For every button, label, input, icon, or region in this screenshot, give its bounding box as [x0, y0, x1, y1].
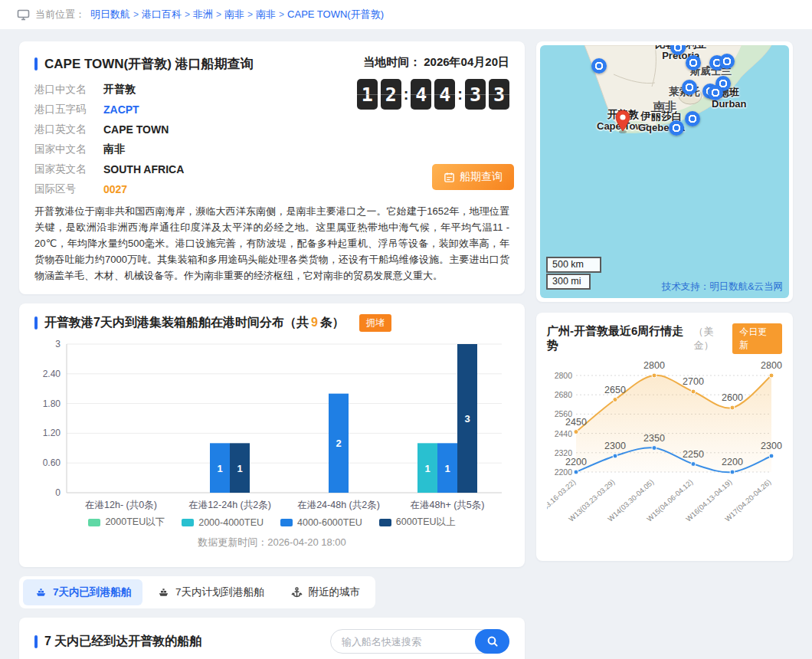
svg-text:0: 0	[55, 487, 61, 498]
field-value: 南非	[103, 143, 125, 156]
map-scale-mi: 300 mi	[546, 274, 591, 290]
svg-text:2200: 2200	[555, 467, 573, 477]
svg-text:在港48h+ (共5条): 在港48h+ (共5条)	[411, 500, 485, 510]
svg-text:2600: 2600	[722, 392, 743, 403]
page-title: CAPE TOWN(开普敦) 港口船期查询	[44, 55, 254, 73]
tab-nearby-cities[interactable]: 附近的城市	[279, 579, 372, 605]
breadcrumb-separator: >	[279, 9, 284, 20]
calendar-icon	[444, 172, 455, 183]
field-label: 港口中文名	[34, 83, 103, 97]
ship-list-tabs: 7天内已到港船舶 7天内计划到港船舶 附近的城市	[19, 576, 375, 608]
legend-label: 4000-6000TEU	[297, 517, 362, 528]
field-value: ZACPT	[103, 103, 139, 116]
svg-text:在港24-48h (共2条): 在港24-48h (共2条)	[297, 500, 380, 510]
breadcrumb-link[interactable]: 明日数航	[90, 8, 130, 20]
arrived-ships-card: 7 天内已经到达开普敦的船舶 船名载量到港时间离港时间在港时间历史在港查看定位	[19, 618, 525, 659]
congestion-badge: 拥堵	[359, 314, 391, 332]
svg-text:2300: 2300	[761, 441, 782, 451]
south-africa-map[interactable]: 比勒陀利亚Pretoria 斯威士兰 莱索托 南非 德班Durban 开普敦Ca…	[540, 45, 789, 298]
svg-text:2440: 2440	[555, 429, 573, 438]
svg-text:2800: 2800	[761, 360, 782, 371]
svg-text:2800: 2800	[555, 371, 573, 380]
port-field-row: 港口五字码ZACPT	[34, 103, 372, 115]
line-chart-svg: 220023202440256026802800W12(03.16-03.22)…	[547, 357, 782, 555]
map-scale-km: 500 km	[546, 257, 601, 273]
legend-label: 6000TEU以上	[396, 516, 456, 529]
svg-text:2250: 2250	[683, 449, 704, 460]
map-marker-icon[interactable]	[591, 58, 607, 74]
svg-text:1: 1	[444, 463, 450, 474]
port-map-card: 比勒陀利亚Pretoria 斯威士兰 莱索托 南非 德班Durban 开普敦Ca…	[536, 41, 793, 302]
ship-search	[330, 629, 509, 654]
ship-search-button[interactable]	[475, 629, 509, 654]
breadcrumb-link[interactable]: 南非	[256, 8, 276, 20]
breadcrumb-link[interactable]: CAPE TOWN(开普敦)	[287, 8, 384, 20]
legend-label: 2000-4000TEU	[198, 517, 264, 528]
port-field-row: 港口中文名开普敦	[34, 84, 372, 95]
bar-chart-svg: 00.601.201.802.403在港12h- (共0条)在港12-24h (…	[34, 336, 508, 514]
price-trend-card: 广州-开普敦最近6周行情走势 （美金） 今日更新 220023202440256…	[536, 313, 793, 561]
map-marker-icon[interactable]	[669, 120, 684, 136]
map-marker-icon[interactable]	[685, 111, 700, 126]
svg-text:1: 1	[217, 463, 222, 474]
clock-digit: 4	[411, 79, 431, 110]
svg-text:2: 2	[336, 438, 341, 449]
red-pin-icon[interactable]	[614, 110, 632, 134]
field-value: 0027	[103, 183, 127, 195]
legend-item[interactable]: 4000-6000TEU	[280, 517, 362, 528]
port-info-card: CAPE TOWN(开普敦) 港口船期查询 当地时间：2026年04月20日 1…	[19, 41, 525, 294]
updated-today-badge: 今日更新	[732, 323, 782, 354]
clock-digit: 4	[434, 79, 455, 110]
local-date: 当地时间：2026年04月20日	[357, 55, 509, 70]
title-accent-bar	[34, 316, 38, 330]
svg-text:2450: 2450	[565, 417, 587, 428]
svg-text:2320: 2320	[555, 448, 573, 457]
clock-digit: 3	[465, 79, 486, 110]
local-time-block: 当地时间：2026年04月20日 12:44:33	[357, 55, 509, 110]
svg-text:1: 1	[424, 463, 430, 474]
clock-colon: :	[457, 86, 463, 103]
legend-item[interactable]: 2000-4000TEU	[182, 517, 264, 528]
svg-text:在港12h- (共0条): 在港12h- (共0条)	[85, 500, 157, 510]
flip-clock: 12:44:33	[357, 79, 509, 110]
clock-digit: 1	[357, 79, 378, 110]
legend-swatch	[182, 519, 194, 526]
legend-swatch	[88, 519, 100, 526]
breadcrumb-links: 明日数航>港口百科>非洲>南非>南非>CAPE TOWN(开普敦)	[90, 8, 384, 21]
svg-text:1.80: 1.80	[43, 398, 61, 409]
svg-text:3: 3	[55, 339, 61, 349]
legend-item[interactable]: 2000TEU以下	[88, 516, 165, 529]
field-label: 国家英文名	[34, 162, 103, 176]
breadcrumb-link[interactable]: 港口百科	[142, 8, 182, 20]
field-value: CAPE TOWN	[103, 123, 169, 136]
svg-text:2300: 2300	[604, 441, 626, 451]
bar-chart-legend: 2000TEU以下2000-4000TEU4000-6000TEU6000TEU…	[34, 516, 509, 529]
legend-item[interactable]: 6000TEU以上	[379, 516, 456, 529]
bar-chart-title: 开普敦港7天内到港集装箱船舶在港时间分布（共9条）	[44, 315, 345, 331]
legend-swatch	[280, 519, 293, 526]
field-label: 港口英文名	[34, 123, 103, 136]
breadcrumb-link[interactable]: 南非	[224, 8, 244, 20]
svg-text:1.20: 1.20	[43, 428, 61, 438]
ship-icon	[34, 586, 47, 599]
tab-planned-ships[interactable]: 7天内计划到港船舶	[146, 579, 276, 605]
map-marker-icon[interactable]	[719, 54, 735, 69]
svg-text:2200: 2200	[565, 457, 587, 467]
arrival-distribution-card: 开普敦港7天内到港集装箱船舶在港时间分布（共9条） 拥堵 00.601.201.…	[19, 303, 525, 567]
port-field-row: 港口英文名CAPE TOWN	[34, 123, 372, 135]
svg-text:2700: 2700	[683, 376, 704, 387]
breadcrumb-link[interactable]: 非洲	[193, 8, 213, 20]
svg-text:2800: 2800	[643, 360, 665, 371]
schedule-query-button[interactable]: 船期查询	[432, 164, 514, 190]
search-icon	[486, 635, 499, 648]
map-marker-icon[interactable]	[686, 55, 701, 70]
field-label: 国家中文名	[34, 143, 103, 156]
tab-arrived-ships[interactable]: 7天内已到港船舶	[23, 579, 142, 605]
title-accent-bar	[34, 635, 38, 648]
data-update-time: 数据更新时间：2026-04-20 18:00	[34, 536, 509, 549]
svg-text:3: 3	[464, 413, 470, 425]
arrived-table-title: 7 天内已经到达开普敦的船舶	[44, 634, 201, 650]
svg-text:2.40: 2.40	[43, 369, 61, 379]
map-marker-icon[interactable]	[708, 85, 723, 100]
map-marker-icon[interactable]	[682, 80, 697, 95]
